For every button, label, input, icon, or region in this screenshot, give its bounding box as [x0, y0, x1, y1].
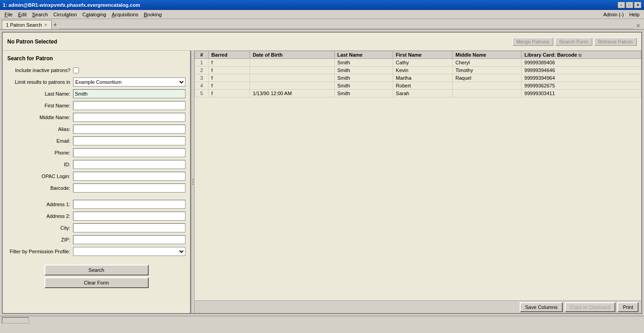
alias-input[interactable] — [73, 125, 185, 134]
col-header-last-name[interactable]: Last Name — [334, 51, 393, 59]
table-row[interactable]: 1fSmithCathyCheryl99999389406 — [195, 59, 641, 67]
print-button[interactable]: Print — [617, 302, 639, 312]
cell-barred: f — [209, 90, 250, 97]
window-close-icon[interactable]: ✕ — [634, 23, 642, 29]
alias-label: Alias: — [7, 126, 73, 132]
address1-label: Address 1: — [7, 202, 73, 207]
cell-num: 5 — [195, 90, 209, 97]
results-table-wrapper: # Barred Date of Birth Last Name First N… — [195, 51, 641, 300]
cell-barred: f — [209, 67, 250, 74]
cell-dob — [250, 59, 335, 67]
new-tab-button[interactable]: + — [52, 20, 59, 29]
filter-permission-row: Filter by Permission Profile: — [7, 246, 185, 256]
cell-library_card: 99999389406 — [522, 59, 641, 67]
address2-input[interactable] — [73, 212, 185, 221]
cell-middle_name: Raquel — [453, 74, 522, 82]
cell-num: 3 — [195, 74, 209, 82]
include-inactive-checkbox[interactable] — [73, 68, 79, 73]
col-resize-icon: ⊞ — [578, 53, 582, 58]
clear-form-button[interactable]: Clear Form — [44, 277, 149, 288]
title-bar: 1: admin@BR1-winxpvmfx.phasefx.evergreen… — [0, 0, 644, 10]
last-name-row: Last Name: — [7, 89, 185, 99]
cell-middle_name — [453, 82, 522, 90]
cell-first_name: Cathy — [393, 59, 452, 67]
city-row: City: — [7, 223, 185, 233]
middle-name-input[interactable] — [73, 113, 185, 122]
cell-num: 4 — [195, 82, 209, 90]
include-inactive-row: Include inactive patrons? — [7, 65, 185, 75]
barcode-input[interactable] — [73, 183, 185, 193]
col-header-num[interactable]: # — [195, 51, 209, 59]
email-input[interactable] — [73, 136, 185, 145]
address1-input[interactable] — [73, 200, 185, 209]
cell-last_name: Smith — [334, 82, 393, 90]
table-row[interactable]: 4fSmithRobert99999362675 — [195, 82, 641, 90]
copy-to-clipboard-button[interactable]: Copy to Clipboard — [565, 302, 615, 312]
col-header-first-name[interactable]: First Name — [393, 51, 452, 59]
address1-row: Address 1: — [7, 199, 185, 209]
zip-input[interactable] — [73, 235, 185, 244]
col-header-dob[interactable]: Date of Birth — [250, 51, 335, 59]
id-input[interactable] — [73, 160, 185, 169]
merge-patrons-button[interactable]: Merge Patrons — [512, 38, 553, 46]
cell-library_card: 99999303411 — [522, 90, 641, 97]
tab-label: 1 Patron Search — [6, 22, 42, 28]
retrieve-patron-button[interactable]: Retrieve Patron — [594, 38, 637, 46]
cell-num: 2 — [195, 67, 209, 74]
table-row[interactable]: 5f1/13/90 12:00 AMSmithSarah99999303411 — [195, 90, 641, 97]
opac-login-input[interactable] — [73, 172, 185, 181]
cell-last_name: Smith — [334, 67, 393, 74]
cell-first_name: Sarah — [393, 90, 452, 97]
menu-edit[interactable]: Edit — [15, 11, 29, 18]
filter-permission-select[interactable] — [73, 247, 185, 256]
menu-cataloging[interactable]: Cataloging — [80, 11, 109, 18]
tab-patron-search[interactable]: 1 Patron Search ✕ — [2, 20, 52, 29]
results-tbody: 1fSmithCathyCheryl999993894062fSmithKevi… — [195, 59, 641, 97]
main-window: No Patron Selected Merge Patrons Search … — [2, 32, 642, 314]
cell-library_card: 99999394646 — [522, 67, 641, 74]
menu-file[interactable]: File — [2, 11, 15, 18]
admin-link[interactable]: Admin (-) — [600, 11, 626, 18]
address2-label: Address 2: — [7, 213, 73, 219]
address2-row: Address 2: — [7, 211, 185, 221]
title-bar-controls: − □ ✕ — [618, 2, 641, 8]
menu-acquisitions[interactable]: Acquisitions — [109, 11, 141, 18]
tab-close-icon[interactable]: ✕ — [44, 23, 48, 27]
phone-input[interactable] — [73, 148, 185, 157]
barcode-label: Barcode: — [7, 185, 73, 191]
last-name-input[interactable] — [73, 89, 185, 98]
maximize-button[interactable]: □ — [626, 2, 633, 8]
save-columns-button[interactable]: Save Columns — [520, 302, 563, 312]
menu-search[interactable]: Search — [29, 11, 51, 18]
panel-divider[interactable] — [191, 51, 195, 313]
email-label: Email: — [7, 138, 73, 144]
col-header-barred[interactable]: Barred — [209, 51, 250, 59]
help-link[interactable]: Help — [626, 11, 642, 18]
opac-login-label: OPAC Login: — [7, 174, 73, 179]
menu-booking[interactable]: Booking — [141, 11, 165, 18]
menu-circulation[interactable]: Circulation — [51, 11, 80, 18]
minimize-button[interactable]: − — [618, 2, 625, 8]
middle-name-label: Middle Name: — [7, 115, 73, 120]
limit-results-select[interactable]: Example Consortium — [73, 77, 185, 87]
close-button[interactable]: ✕ — [634, 2, 641, 8]
col-header-library-card[interactable]: Library Card: Barcode ⊞ — [522, 51, 641, 59]
col-header-middle-name[interactable]: Middle Name — [453, 51, 522, 59]
first-name-label: First Name: — [7, 103, 73, 108]
action-buttons: Search Clear Form — [7, 263, 185, 290]
opac-login-row: OPAC Login: — [7, 171, 185, 181]
cell-library_card: 99999362675 — [522, 82, 641, 90]
cell-num: 1 — [195, 59, 209, 67]
cell-library_card: 99999394964 — [522, 74, 641, 82]
table-row[interactable]: 2fSmithKevinTimothy99999394646 — [195, 67, 641, 74]
form-title: Search for Patron — [7, 55, 185, 62]
cell-last_name: Smith — [334, 90, 393, 97]
cell-first_name: Martha — [393, 74, 452, 82]
search-form-panel: Search for Patron Include inactive patro… — [3, 51, 191, 313]
zip-row: ZIP: — [7, 235, 185, 245]
city-input[interactable] — [73, 223, 185, 232]
first-name-input[interactable] — [73, 101, 185, 110]
table-row[interactable]: 3fSmithMarthaRaquel99999394964 — [195, 74, 641, 82]
search-form-button[interactable]: Search Form — [555, 38, 592, 46]
search-button[interactable]: Search — [44, 265, 149, 275]
